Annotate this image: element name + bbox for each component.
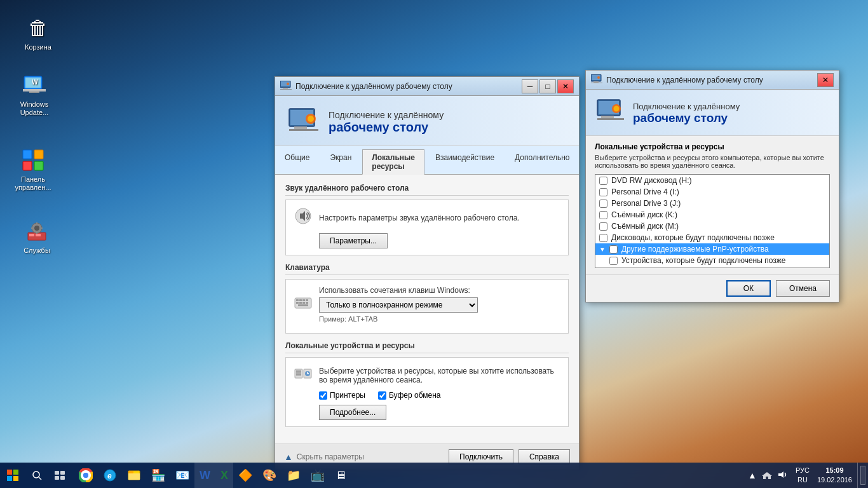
- printers-checkbox[interactable]: [319, 391, 327, 400]
- tab-local-resources[interactable]: Локальные ресурсы: [362, 149, 424, 175]
- device-list-section: Локальные устройства и ресурсы Выберите …: [586, 136, 839, 274]
- svg-rect-16: [31, 227, 34, 229]
- rdp-secondary-window: Подключение к удалённому рабочему столу …: [585, 70, 839, 302]
- device-personal4-label: Personal Drive 4 (I:): [611, 187, 679, 196]
- sound-description: Настроить параметры звука удалённого раб…: [319, 214, 560, 222]
- services-icon[interactable]: Службы: [11, 216, 62, 257]
- taskbar-paint[interactable]: 🎨: [257, 463, 281, 488]
- rdp-main-header-icon: [288, 106, 320, 138]
- task-view-button[interactable]: [48, 464, 71, 487]
- device-personal4[interactable]: Personal Drive 4 (I:): [595, 186, 829, 198]
- device-dvd-rw[interactable]: DVD RW дисковод (H:): [595, 175, 829, 186]
- device-later-label: Устройства, которые будут подключены поз…: [621, 256, 785, 265]
- taskbar-rdp-app[interactable]: 🖥: [330, 463, 351, 488]
- window-controls[interactable]: ─ □ ✕: [522, 79, 574, 93]
- keyboard-select-wrapper[interactable]: Только в полноэкранном режиме На локальн…: [319, 297, 478, 313]
- svg-rect-58: [13, 470, 18, 475]
- svg-rect-38: [306, 302, 308, 304]
- device-personal3[interactable]: Personal Drive 3 (J:): [595, 198, 829, 209]
- device-drives-later-checkbox[interactable]: [599, 234, 607, 242]
- rdp-main-title: Подключение к удалённому рабочему столу: [295, 82, 522, 91]
- svg-rect-39: [298, 304, 308, 306]
- windows-update-image: W: [22, 72, 47, 98]
- hide-params-btn[interactable]: ▲ Скрыть параметры: [284, 452, 364, 462]
- device-personal4-checkbox[interactable]: [599, 188, 607, 196]
- device-pnp-checkbox[interactable]: [609, 245, 618, 254]
- device-removable-m[interactable]: Съёмный диск (M:): [595, 220, 829, 232]
- ok-button[interactable]: ОК: [726, 280, 771, 297]
- keyboard-mode-select[interactable]: Только в полноэкранном режиме На локальн…: [319, 297, 478, 313]
- taskbar-ie[interactable]: e: [98, 463, 122, 488]
- clipboard-checkbox-label[interactable]: Буфер обмена: [378, 391, 441, 400]
- svg-rect-26: [289, 129, 318, 131]
- printers-checkbox-label[interactable]: Принтеры: [319, 391, 365, 400]
- control-panel-icon[interactable]: Панельуправлен...: [8, 145, 58, 194]
- taskbar-tv[interactable]: 📺: [306, 463, 330, 488]
- taskbar-explorer[interactable]: [122, 463, 146, 488]
- taskbar-folder[interactable]: 📁: [281, 463, 306, 488]
- search-button[interactable]: [25, 464, 48, 487]
- device-personal3-checkbox[interactable]: [599, 200, 607, 208]
- more-devices-button[interactable]: Подробнее...: [319, 405, 386, 420]
- device-dvd-rw-checkbox[interactable]: [599, 177, 607, 185]
- rdp-header-line1: Подключение к удалённому: [329, 110, 444, 120]
- show-desktop-button[interactable]: [857, 463, 868, 488]
- device-removable-k[interactable]: Съёмный диск (K:): [595, 209, 829, 220]
- cancel-button[interactable]: Отмена: [776, 280, 830, 297]
- systray-volume[interactable]: [775, 470, 789, 481]
- tab-advanced[interactable]: Дополнительно: [505, 149, 579, 175]
- device-drives-later[interactable]: Дисководы, которые будут подключены позж…: [595, 232, 829, 243]
- windows-update-icon[interactable]: W WindowsUpdate...: [9, 70, 60, 119]
- svg-rect-48: [593, 81, 599, 83]
- svg-rect-34: [306, 299, 308, 301]
- clipboard-checkbox[interactable]: [378, 391, 386, 400]
- systray-network[interactable]: [760, 470, 774, 481]
- tab-interaction[interactable]: Взаимодействие: [426, 149, 504, 175]
- keyboard-section-row: Использовать сочетания клавиш Windows: Т…: [294, 286, 560, 323]
- keyboard-description: Использовать сочетания клавиш Windows: Т…: [319, 286, 478, 323]
- taskbar-mail[interactable]: 📧: [170, 463, 194, 488]
- taskbar-clock[interactable]: 15:09 19.02.2016: [812, 466, 857, 485]
- device-removable-m-checkbox[interactable]: [599, 222, 607, 231]
- expand-arrow-icon: ▼: [599, 246, 606, 253]
- tab-general[interactable]: Общие: [275, 149, 319, 175]
- close-button[interactable]: ✕: [557, 79, 574, 93]
- svg-rect-14: [36, 222, 37, 225]
- desktop: 🗑 Корзина W WindowsUpdate... Панельуправ…: [0, 0, 868, 488]
- keyboard-example: Пример: ALT+TAB: [319, 315, 478, 323]
- svg-rect-54: [597, 118, 624, 120]
- taskbar-language[interactable]: РУС RU: [793, 466, 812, 485]
- maximize-button[interactable]: □: [539, 79, 556, 93]
- device-pnp[interactable]: ▼ Другие поддерживаемые PnP-устройства: [595, 243, 829, 255]
- device-removable-k-checkbox[interactable]: [599, 211, 607, 219]
- rdp-main-header-text: Подключение к удалённому рабочему столу: [329, 110, 444, 135]
- secondary-window-controls[interactable]: ✕: [817, 73, 834, 87]
- taskbar: e 🏪 📧 W X 🔶 🎨 📁 📺 🖥 ▲: [0, 463, 868, 488]
- start-button[interactable]: [0, 463, 25, 488]
- taskbar-word[interactable]: W: [194, 463, 215, 488]
- taskbar-excel[interactable]: X: [215, 463, 233, 488]
- secondary-close-button[interactable]: ✕: [817, 73, 834, 87]
- svg-rect-32: [299, 299, 302, 301]
- svg-text:e: e: [107, 471, 112, 480]
- systray-chevron[interactable]: ▲: [746, 470, 759, 480]
- rdp-secondary-titlebar[interactable]: Подключение к удалённому рабочему столу …: [586, 71, 839, 90]
- rdp-main-titlebar[interactable]: Подключение к удалённому рабочему столу …: [275, 77, 579, 96]
- rdp-header-line2: рабочему столу: [329, 120, 444, 135]
- taskbar-vlc[interactable]: 🔶: [233, 463, 257, 488]
- device-later-checkbox[interactable]: [609, 257, 618, 265]
- device-list-box[interactable]: DVD RW дисковод (H:) Personal Drive 4 (I…: [595, 174, 830, 268]
- svg-rect-59: [7, 476, 12, 481]
- local-resources-icon: [294, 364, 313, 387]
- sound-params-button[interactable]: Параметры...: [319, 233, 388, 248]
- taskbar-chrome[interactable]: [74, 463, 98, 488]
- svg-rect-15: [36, 231, 37, 234]
- device-later[interactable]: Устройства, которые будут подключены поз…: [595, 255, 829, 266]
- recycle-bin-icon[interactable]: 🗑 Корзина: [13, 13, 64, 54]
- svg-rect-20: [283, 88, 288, 89]
- minimize-button[interactable]: ─: [522, 79, 538, 93]
- systray: ▲: [742, 470, 793, 481]
- taskbar-store[interactable]: 🏪: [146, 463, 170, 488]
- svg-point-22: [287, 83, 289, 85]
- tab-screen[interactable]: Экран: [320, 149, 361, 175]
